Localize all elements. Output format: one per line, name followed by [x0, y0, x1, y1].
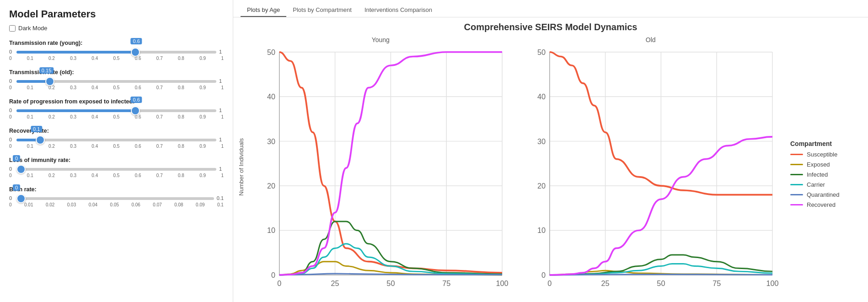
svg-text:50: 50 [537, 48, 545, 56]
slider-min-progression_rate: 0 [9, 108, 14, 113]
param-block-transmission_young: Transmission rate (young): 0 0.6 1 00.10… [9, 40, 224, 61]
slider-wrap-birth_rate: 0 [16, 194, 214, 201]
legend-line-susceptible [790, 154, 803, 155]
legend-line-infected [790, 174, 803, 175]
legend-line-exposed [790, 164, 803, 165]
slider-transmission_old[interactable] [16, 80, 216, 83]
slider-birth_rate[interactable] [16, 197, 214, 200]
slider-min-birth_rate: 0 [9, 195, 14, 201]
slider-row-birth_rate: 0 0 0.1 [9, 194, 224, 201]
slider-row-progression_rate: 0 0.6 1 [9, 107, 224, 113]
slider-max-recovery_rate: 1 [219, 137, 224, 142]
legend-item-infected: Infected [790, 171, 863, 178]
slider-row-immunity_loss: 0 0 1 [9, 165, 224, 172]
legend-label-carrier: Carrier [807, 181, 825, 188]
slider-transmission_young[interactable] [16, 51, 216, 54]
param-label-progression_rate: Rate of progression from exposed to infe… [9, 98, 224, 105]
chart-young: Young 010203040500255075100 [246, 36, 516, 297]
param-block-immunity_loss: Loss of immunity rate: 0 0 1 00.10.20.30… [9, 157, 224, 178]
legend-label-quarantined: Quarantined [807, 191, 840, 198]
tab-plots-by-compartment[interactable]: Plots by Compartment [286, 4, 358, 17]
dark-mode-checkbox[interactable] [9, 25, 16, 32]
slider-min-transmission_young: 0 [9, 49, 14, 54]
slider-wrap-transmission_old: 0.15 [16, 77, 216, 84]
legend-item-exposed: Exposed [790, 161, 863, 168]
slider-min-recovery_rate: 0 [9, 137, 14, 142]
slider-min-transmission_old: 0 [9, 78, 14, 84]
svg-text:30: 30 [537, 137, 545, 146]
slider-wrap-recovery_rate: 0.1 [16, 136, 216, 143]
slider-wrap-transmission_young: 0.6 [16, 48, 216, 55]
param-label-recovery_rate: Recovery rate: [9, 128, 224, 134]
legend-item-quarantined: Quarantined [790, 191, 863, 198]
param-block-progression_rate: Rate of progression from exposed to infe… [9, 98, 224, 119]
legend-line-carrier [790, 184, 803, 185]
svg-text:0: 0 [271, 271, 275, 279]
svg-text:75: 75 [442, 279, 450, 287]
param-label-transmission_young: Transmission rate (young): [9, 40, 224, 46]
slider-immunity_loss[interactable] [16, 168, 216, 171]
y-axis-label: Number of Individuals [238, 138, 245, 196]
param-block-recovery_rate: Recovery rate: 0 0.1 1 00.10.20.30.40.50… [9, 128, 224, 149]
slider-row-transmission_old: 0 0.15 1 [9, 77, 224, 84]
chart-old: Old 010203040500255075100 [516, 36, 786, 297]
right-panel: Plots by Age Plots by Compartment Interv… [233, 0, 868, 302]
svg-text:100: 100 [496, 279, 508, 287]
slider-max-transmission_old: 1 [219, 78, 224, 84]
legend-line-quarantined [790, 194, 803, 195]
legend-label-susceptible: Susceptible [807, 151, 837, 158]
legend-line-recovered [790, 204, 803, 205]
model-parameters-panel: Model Parameters Dark Mode Transmission … [0, 0, 233, 302]
svg-text:100: 100 [766, 279, 778, 287]
legend-label-exposed: Exposed [807, 161, 830, 168]
param-label-birth_rate: Birth rate: [9, 186, 224, 193]
svg-text:40: 40 [537, 92, 545, 101]
svg-text:40: 40 [267, 92, 275, 101]
legend-item-carrier: Carrier [790, 181, 863, 188]
chart-area: Comprehensive SEIRS Model Dynamics Numbe… [233, 17, 868, 302]
svg-text:25: 25 [331, 279, 339, 287]
svg-text:50: 50 [267, 48, 275, 56]
param-label-immunity_loss: Loss of immunity rate: [9, 157, 224, 163]
slider-row-recovery_rate: 0 0.1 1 [9, 136, 224, 143]
svg-text:25: 25 [601, 279, 609, 287]
dark-mode-row: Dark Mode [9, 25, 224, 32]
param-label-transmission_old: Transmission rate (old): [9, 69, 224, 76]
svg-text:10: 10 [537, 226, 545, 234]
svg-text:75: 75 [713, 279, 721, 287]
svg-text:10: 10 [267, 226, 275, 234]
legend-item-recovered: Recovered [790, 201, 863, 208]
slider-min-immunity_loss: 0 [9, 166, 14, 172]
svg-text:0: 0 [547, 279, 552, 287]
tab-plots-by-age[interactable]: Plots by Age [241, 4, 286, 17]
param-block-birth_rate: Birth rate: 0 0 0.1 00.010.020.030.040.0… [9, 186, 224, 207]
legend-item-susceptible: Susceptible [790, 151, 863, 158]
svg-text:30: 30 [267, 137, 275, 146]
legend-label-infected: Infected [807, 171, 828, 178]
svg-text:0: 0 [541, 271, 545, 279]
svg-text:50: 50 [386, 279, 395, 287]
svg-text:20: 20 [267, 182, 275, 190]
param-block-transmission_old: Transmission rate (old): 0 0.15 1 00.10.… [9, 69, 224, 90]
slider-progression_rate[interactable] [16, 109, 216, 112]
legend-items: Susceptible Exposed Infected Carrier Qua… [790, 151, 863, 211]
chart-young-subtitle: Young [246, 36, 516, 43]
chart-title: Comprehensive SEIRS Model Dynamics [238, 22, 863, 32]
svg-text:20: 20 [537, 182, 545, 190]
tab-interventions-comparison[interactable]: Interventions Comparison [358, 4, 439, 17]
legend-label-recovered: Recovered [807, 201, 836, 208]
chart-old-subtitle: Old [516, 36, 786, 43]
svg-text:50: 50 [657, 279, 665, 287]
panel-title: Model Parameters [9, 8, 224, 20]
params-container: Transmission rate (young): 0 0.6 1 00.10… [9, 40, 224, 207]
slider-wrap-immunity_loss: 0 [16, 165, 216, 172]
svg-text:0: 0 [277, 279, 281, 287]
legend-title: Compartment [790, 140, 863, 147]
slider-max-transmission_young: 1 [219, 49, 224, 54]
legend-panel: Compartment Susceptible Exposed Infected… [786, 36, 863, 297]
slider-recovery_rate[interactable] [16, 139, 216, 141]
slider-max-birth_rate: 0.1 [217, 195, 224, 201]
slider-max-progression_rate: 1 [219, 108, 224, 113]
slider-max-immunity_loss: 1 [219, 166, 224, 172]
slider-wrap-progression_rate: 0.6 [16, 107, 216, 113]
